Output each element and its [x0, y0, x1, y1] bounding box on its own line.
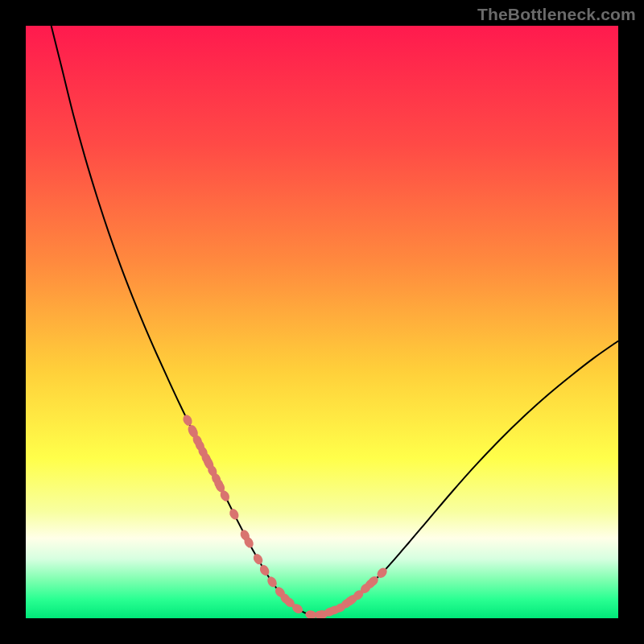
data-points-group	[181, 414, 389, 618]
curve-layer	[26, 26, 618, 618]
data-point	[252, 552, 265, 566]
plot-area	[26, 26, 618, 618]
watermark-text: TheBottleneck.com	[477, 5, 636, 24]
data-point	[228, 507, 241, 521]
bottleneck-curve	[52, 26, 618, 616]
data-point	[266, 575, 279, 588]
chart-frame: TheBottleneck.com	[0, 0, 644, 644]
data-point	[258, 564, 271, 577]
